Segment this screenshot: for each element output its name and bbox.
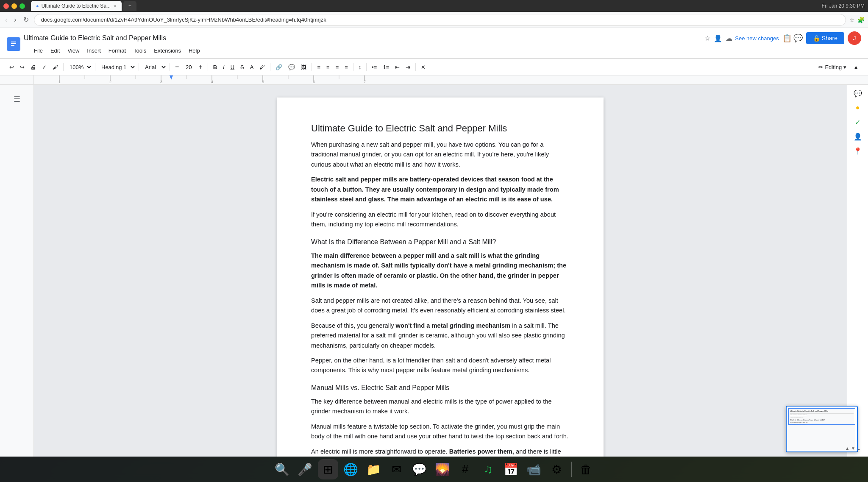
spellcheck-button[interactable]: ✓ [39,61,49,73]
dock-mail[interactable]: ✉ [387,459,407,479]
dock-launchpad[interactable]: ⊞ [318,459,338,479]
dock-messages[interactable]: 💬 [409,459,430,479]
align-center-button[interactable]: ≡ [324,61,332,73]
bookmark-icon[interactable]: ☆ [849,17,855,23]
menu-help[interactable]: Help [185,46,203,56]
cloud-icon[interactable]: ☁ [726,34,732,42]
align-right-button[interactable]: ≡ [333,61,342,73]
dock-trash[interactable]: 🗑 [576,459,596,479]
strikethrough-button[interactable]: S [238,61,247,73]
dock-settings[interactable]: ⚙ [547,459,567,479]
menu-view[interactable]: View [64,46,83,56]
toolbar-sep-2 [95,63,95,71]
dock-chrome[interactable]: 🌐 [341,459,361,479]
menu-edit[interactable]: Edit [47,46,63,56]
bold-button[interactable]: B [211,61,220,73]
image-button[interactable]: 🖼 [298,61,309,73]
svg-marker-24 [170,75,173,80]
maximize-window-button[interactable] [19,3,25,9]
history-icon[interactable]: 📋 [782,33,792,43]
content-area: ☰ Ultimate Guide to Electric Salt and Pe… [0,85,868,457]
dock-siri[interactable]: 🎤 [295,459,315,479]
paint-format-button[interactable]: 🖌 [50,61,61,73]
thumbnail-nav[interactable]: ▲ ▼ [845,446,855,451]
undo-button[interactable]: ↩ [7,61,17,73]
extensions-icon[interactable]: 🧩 [857,17,865,23]
font-select[interactable]: Arial [142,63,167,72]
dock-calendar[interactable]: 📅 [501,459,521,479]
edit-icon: ✏ [818,64,823,70]
back-button[interactable]: ‹ [3,15,9,25]
menu-extensions[interactable]: Extensions [150,46,184,56]
contacts-panel-icon[interactable]: 👤 [851,130,865,143]
svg-text:6: 6 [313,80,315,84]
font-size-input[interactable] [182,64,195,70]
comments-panel-icon[interactable]: 💬 [851,86,865,100]
menu-tools[interactable]: Tools [130,46,150,56]
tasks-panel-icon[interactable]: ✓ [851,115,865,129]
svg-rect-1 [11,42,16,42]
close-window-button[interactable] [3,3,9,9]
dock-zoom[interactable]: 📹 [524,459,544,479]
collapse-toolbar-button[interactable]: ▲ [851,61,861,73]
svg-rect-2 [11,43,16,44]
dock-photos[interactable]: 🌄 [432,459,453,479]
prev-page-button[interactable]: ▲ [845,446,849,451]
decrease-indent-button[interactable]: ⇤ [392,61,402,73]
menu-format[interactable]: Format [105,46,129,56]
profile-icon[interactable]: 👤 [714,34,722,42]
toolbar-sep-4 [170,63,170,71]
star-icon[interactable]: ☆ [704,34,710,42]
traffic-lights[interactable] [3,3,25,9]
see-changes-link[interactable]: See new changes [735,35,779,42]
link-button[interactable]: 🔗 [273,61,285,73]
address-input[interactable] [34,14,846,26]
chat-panel-icon[interactable]: ● [851,101,865,114]
dock-slack[interactable]: # [455,459,476,479]
refresh-button[interactable]: ↻ [22,15,31,25]
highlight-button[interactable]: 🖊 [257,61,267,73]
line-spacing-button[interactable]: ↕ [356,61,364,73]
increase-font-size-button[interactable]: + [196,61,205,73]
dropdown-icon: ▾ [843,64,846,70]
doc-para-7: Pepper, on the other hand, is a lot frie… [311,356,570,376]
justify-button[interactable]: ≡ [342,61,351,73]
menu-insert[interactable]: Insert [83,46,104,56]
menu-file[interactable]: File [31,46,46,56]
forward-button[interactable]: › [12,15,18,25]
redo-button[interactable]: ↪ [17,61,27,73]
bullet-list-button[interactable]: •≡ [369,61,379,73]
active-tab[interactable]: ● Ultimate Guide to Electric Sa... ✕ [31,1,122,11]
tab-close-icon[interactable]: ✕ [113,4,117,8]
clear-formatting-button[interactable]: ✕ [418,61,428,73]
comment-button[interactable]: 💬 [286,61,298,73]
maps-panel-icon[interactable]: 📍 [851,144,865,158]
next-page-button[interactable]: ▼ [851,446,855,451]
minimize-window-button[interactable] [11,3,17,9]
share-button[interactable]: 🔒 Share [806,32,844,44]
editing-mode-button[interactable]: ✏ Editing ▾ [815,62,850,72]
increase-indent-button[interactable]: ⇥ [403,61,413,73]
numbered-list-button[interactable]: 1≡ [380,61,392,73]
text-color-button[interactable]: A [248,61,256,73]
heading-style-select[interactable]: Heading 1 Normal text [98,63,136,72]
align-left-button[interactable]: ≡ [314,61,323,73]
italic-button[interactable]: I [220,61,227,73]
outline-icon[interactable]: ☰ [12,94,22,104]
print-button[interactable]: 🖨 [28,61,39,73]
doc-header: Ultimate Guide to Electric Salt and Pepp… [0,28,868,59]
browser-top-bar: ● Ultimate Guide to Electric Sa... ✕ + F… [0,0,868,12]
decrease-font-size-button[interactable]: − [172,61,181,73]
comments-icon[interactable]: 💬 [793,33,803,43]
taskbar: 🔍 🎤 ⊞ 🌐 📁 ✉ 💬 🌄 # ♫ 📅 📹 ⚙ 🗑 [0,457,868,482]
svg-rect-3 [11,45,14,46]
zoom-select[interactable]: 100% [66,63,92,72]
underline-button[interactable]: U [228,61,237,73]
doc-para-8: The key difference between manual and el… [311,397,570,417]
dock-finder[interactable]: 🔍 [272,459,292,479]
dock-spotify[interactable]: ♫ [478,459,498,479]
doc-para-1: When purchasing a new salt and pepper mi… [311,140,570,170]
address-bar: ‹ › ↻ ☆ 🧩 [0,12,868,28]
new-tab-button[interactable]: + [123,1,136,11]
dock-files[interactable]: 📁 [364,459,384,479]
